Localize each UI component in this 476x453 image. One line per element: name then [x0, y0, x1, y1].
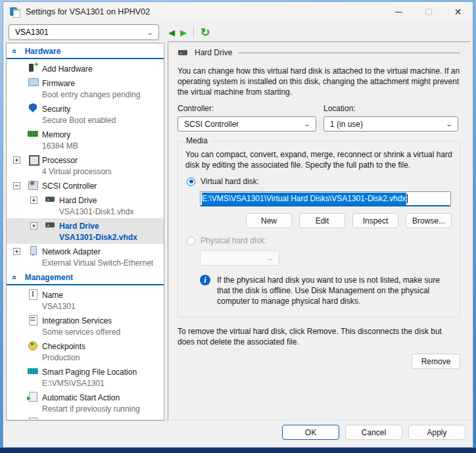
hardware-section-header[interactable]: « Hardware	[7, 43, 164, 59]
info-note: i If the physical hard disk you want to …	[200, 275, 452, 306]
controller-value: SCSI Controller	[184, 120, 239, 129]
sidebar-item-firmware[interactable]: Firmware	[7, 76, 164, 90]
header-rule	[238, 53, 460, 53]
expand-icon[interactable]	[13, 248, 20, 255]
chevron-down-icon: ⌄	[146, 29, 154, 36]
browse-button[interactable]: Browse...	[406, 213, 452, 228]
hard-drive-2-filename: VSA1301-Disk2.vhdx	[7, 233, 164, 244]
maximize-icon	[425, 9, 432, 15]
apply-button[interactable]: Apply	[408, 425, 465, 440]
hard-drive-settings-pane: Hard Drive You can change how this virtu…	[168, 41, 470, 421]
collapse-icon[interactable]	[13, 182, 20, 189]
sidebar-item-security[interactable]: Security	[7, 101, 164, 116]
virtual-hard-disk-path-input[interactable]: E:\VMS\VSA1301\Virtual Hard Disks\VSA130…	[200, 191, 451, 206]
media-groupbox-label: Media	[183, 136, 210, 145]
scsi-controller-icon	[28, 179, 39, 190]
integration-services-icon	[28, 314, 39, 325]
refresh-button[interactable]: ↻	[201, 27, 210, 38]
selected-path-text: E:\VMS\VSA1301\Virtual Hard Disks\VSA130…	[202, 193, 406, 205]
new-button[interactable]: New	[246, 213, 292, 228]
chevron-down-icon: ⌄	[266, 254, 274, 262]
ok-button[interactable]: OK	[282, 425, 339, 440]
expand-icon[interactable]	[13, 156, 20, 164]
maximize-button-disabled	[414, 2, 443, 22]
sidebar-item-hard-drive-2-selected[interactable]: Hard Drive	[7, 218, 164, 233]
expand-icon[interactable]	[30, 222, 37, 229]
intro-text: You can change how this virtual hard dis…	[178, 66, 460, 97]
pane-header: Hard Drive	[178, 47, 460, 58]
management-section-label: Management	[25, 273, 73, 282]
sidebar-item-processor[interactable]: Processor	[7, 153, 164, 167]
sidebar-item-name[interactable]: Name	[7, 287, 164, 302]
controller-label: Controller:	[178, 104, 316, 113]
media-intro-text: You can compact, convert, expand, merge,…	[185, 149, 452, 170]
hard-drive-1-filename: VSA1301-Disk1.vhdx	[7, 207, 164, 218]
navigate-back-button[interactable]: ◀	[168, 28, 175, 37]
management-section-header[interactable]: « Management	[7, 270, 164, 285]
vm-toolbar: VSA1301 ⌄ ◀ ▶ ↻	[3, 22, 473, 43]
sidebar-item-memory[interactable]: Memory	[7, 127, 164, 141]
location-value: 1 (in use)	[330, 120, 363, 129]
processor-icon	[28, 154, 39, 164]
settings-app-icon	[10, 7, 20, 17]
security-status: Secure Boot enabled	[7, 116, 164, 127]
memory-status: 16384 MB	[7, 141, 164, 153]
chevron-down-icon: ⌄	[445, 120, 453, 128]
sidebar-item-integration-services[interactable]: Integration Services	[7, 313, 164, 327]
name-icon	[28, 289, 39, 299]
info-icon: i	[200, 275, 210, 285]
minimize-button[interactable]	[384, 2, 414, 22]
radio-selected-icon[interactable]	[187, 178, 195, 186]
pane-title: Hard Drive	[195, 48, 232, 57]
automatic-start-icon	[28, 391, 39, 402]
close-button[interactable]: ✕	[443, 2, 473, 22]
chevron-down-icon: ⌄	[303, 120, 311, 128]
hard-drive-icon	[178, 47, 189, 58]
shield-icon	[28, 103, 39, 113]
virtual-hard-disk-radio-row[interactable]: Virtual hard disk:	[187, 177, 452, 186]
minimize-icon	[395, 12, 402, 12]
settings-sidebar: « Hardware Add Hardware Firmware Boot en…	[6, 43, 164, 421]
sidebar-item-add-hardware[interactable]: Add Hardware	[7, 61, 164, 76]
hard-drive-icon	[45, 194, 56, 204]
hard-drive-icon	[45, 220, 56, 230]
expand-icon[interactable]	[30, 197, 37, 204]
checkpoints-status: Production	[7, 353, 164, 364]
location-label: Location:	[323, 104, 458, 113]
collapse-section-icon[interactable]: «	[10, 275, 19, 280]
sidebar-item-network-adapter[interactable]: Network Adapter	[7, 244, 164, 258]
sidebar-item-scsi-controller[interactable]: SCSI Controller	[7, 178, 164, 193]
sidebar-item-automatic-start[interactable]: Automatic Start Action	[7, 390, 164, 404]
toolbar-separator	[193, 26, 194, 38]
edit-button[interactable]: Edit	[299, 213, 345, 228]
settings-window: Settings for VSA1301 on HPHV02 ✕ VSA1301…	[3, 1, 473, 448]
close-icon: ✕	[454, 7, 462, 17]
controller-dropdown[interactable]: SCSI Controller ⌄	[178, 116, 316, 131]
vm-selector-dropdown[interactable]: VSA1301 ⌄	[9, 24, 159, 40]
sidebar-item-smart-paging[interactable]: Smart Paging File Location	[7, 364, 164, 379]
physical-disk-dropdown-disabled: ⌄	[200, 250, 279, 266]
cancel-button[interactable]: Cancel	[345, 425, 402, 440]
physical-hard-disk-radio-row: Physical hard disk:	[187, 236, 452, 245]
firmware-icon	[28, 77, 39, 87]
desktop-background: Settings for VSA1301 on HPHV02 ✕ VSA1301…	[0, 0, 476, 453]
sidebar-item-checkpoints[interactable]: Checkpoints	[7, 339, 164, 353]
network-adapter-status: External Virtual Switch-Ethernet	[7, 258, 164, 270]
window-title: Settings for VSA1301 on HPHV02	[26, 7, 384, 16]
navigate-forward-button[interactable]: ▶	[180, 28, 187, 37]
network-adapter-icon	[28, 245, 39, 256]
selected-item-highlight: Hard Drive VSA1301-Disk2.vhdx	[7, 218, 164, 244]
sidebar-item-hard-drive-1[interactable]: Hard Drive	[7, 193, 164, 207]
smart-paging-path: E:\VMS\VSA1301	[7, 379, 164, 390]
automatic-start-status: Restart if previously running	[7, 404, 164, 416]
memory-icon	[28, 128, 39, 139]
dialog-footer: OK Cancel Apply	[3, 419, 473, 444]
location-dropdown[interactable]: 1 (in use) ⌄	[323, 116, 458, 131]
processor-status: 4 Virtual processors	[7, 167, 164, 178]
vm-selector-value: VSA1301	[15, 28, 49, 37]
collapse-section-icon[interactable]: «	[10, 49, 19, 54]
remove-button[interactable]: Remove	[412, 354, 460, 369]
inspect-button[interactable]: Inspect	[352, 213, 398, 228]
title-bar[interactable]: Settings for VSA1301 on HPHV02 ✕	[3, 2, 473, 22]
name-value: VSA1301	[7, 302, 164, 313]
